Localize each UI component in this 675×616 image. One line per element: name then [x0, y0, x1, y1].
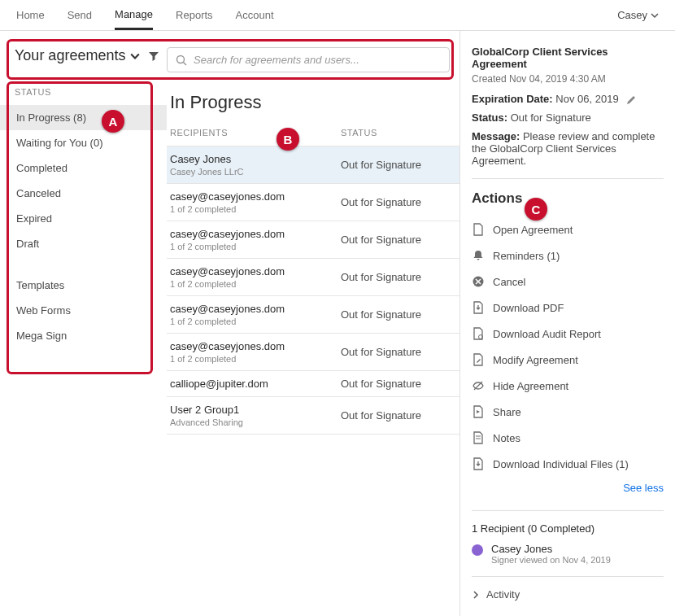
row-status: Out for Signature — [341, 308, 456, 321]
agreement-row[interactable]: casey@caseyjones.dom1 of 2 completedOut … — [167, 295, 459, 333]
search-input[interactable] — [194, 54, 441, 66]
recipient-name: casey@caseyjones.dom — [170, 190, 341, 203]
agreement-row[interactable]: casey@caseyjones.dom1 of 2 completedOut … — [167, 258, 459, 295]
row-status: Out for Signature — [341, 159, 456, 171]
nav-tab-manage[interactable]: Manage — [115, 1, 153, 30]
status-waiting[interactable]: Waiting for You (0) — [15, 130, 167, 155]
recipient-subtext: 1 of 2 completed — [170, 279, 341, 289]
status-value: Out for Signature — [511, 111, 591, 124]
col-recipients: RECIPIENTS — [170, 128, 341, 138]
status-canceled[interactable]: Canceled — [15, 181, 167, 206]
agreement-row[interactable]: casey@caseyjones.dom1 of 2 completedOut … — [167, 183, 459, 221]
expiration-value: Nov 06, 2019 — [555, 93, 618, 105]
action-download-files[interactable]: Download Individual Files (1) — [472, 451, 664, 477]
account-menu[interactable]: Casey — [617, 9, 659, 21]
see-less-link[interactable]: See less — [472, 477, 664, 499]
action-reminders[interactable]: Reminders (1) — [472, 242, 664, 269]
recipient-subtext: Casey Jones LLrC — [170, 167, 341, 177]
recipient-entry[interactable]: Casey Jones Signer viewed on Nov 4, 2019 — [472, 543, 664, 565]
chevron-right-icon — [472, 591, 480, 599]
action-share[interactable]: Share — [472, 399, 664, 425]
detail-panel: GlobalCorp Client Services Agreement Cre… — [459, 31, 675, 616]
recipient-status: Signer viewed on Nov 4, 2019 — [491, 555, 611, 565]
svg-line-1 — [184, 62, 187, 65]
row-status: Out for Signature — [341, 346, 456, 358]
audit-icon — [472, 327, 485, 340]
recipient-name: Casey Jones — [170, 153, 341, 165]
agreement-row[interactable]: casey@caseyjones.dom1 of 2 completedOut … — [167, 221, 459, 258]
nav-templates[interactable]: Templates — [15, 273, 167, 298]
status-heading: STATUS — [15, 87, 167, 97]
list-title: In Progress — [167, 92, 459, 123]
status-draft[interactable]: Draft — [15, 231, 167, 256]
nav-tab-send[interactable]: Send — [68, 2, 92, 28]
eye-off-icon — [472, 379, 485, 392]
chevron-down-icon — [651, 11, 659, 20]
sidebar-title: Your agreements — [15, 47, 125, 64]
recipient-name: User 2 Group1 — [170, 404, 341, 416]
agreement-row[interactable]: Casey JonesCasey Jones LLrCOut for Signa… — [167, 146, 459, 183]
action-download-audit[interactable]: Download Audit Report — [472, 321, 664, 347]
agreement-row[interactable]: calliope@jupiter.domOut for Signature — [167, 370, 459, 396]
recipient-subtext: 1 of 2 completed — [170, 242, 341, 251]
pencil-icon — [472, 353, 485, 366]
table-header: RECIPIENTS STATUS — [167, 123, 459, 146]
sidebar: Your agreements STATUS In Progress (8) W… — [0, 31, 167, 616]
row-status: Out for Signature — [341, 234, 456, 246]
action-open-agreement[interactable]: Open Agreement — [472, 216, 664, 242]
status-expired[interactable]: Expired — [15, 206, 167, 231]
nav-tab-account[interactable]: Account — [236, 2, 274, 28]
action-notes[interactable]: Notes — [472, 425, 664, 451]
agreement-row[interactable]: User 2 Group1Advanced SharingOut for Sig… — [167, 396, 459, 435]
action-download-pdf[interactable]: Download PDF — [472, 295, 664, 321]
agreements-list: In Progress RECIPIENTS STATUS Casey Jone… — [167, 31, 459, 616]
annotation-badge-a: A — [102, 110, 124, 133]
annotation-badge-c: C — [525, 198, 547, 221]
recipient-subtext: 1 of 2 completed — [170, 317, 341, 326]
nav-tab-reports[interactable]: Reports — [176, 2, 213, 28]
bell-icon — [472, 249, 485, 262]
recipient-subtext: 1 of 2 completed — [170, 204, 341, 214]
annotation-badge-b: B — [277, 128, 299, 151]
recipient-name: Casey Jones — [491, 543, 611, 555]
nav-webforms[interactable]: Web Forms — [15, 298, 167, 323]
status-in-progress[interactable]: In Progress (8) — [0, 105, 167, 130]
agreement-title: GlobalCorp Client Services Agreement — [472, 46, 664, 70]
agreement-row[interactable]: casey@caseyjones.dom1 of 2 completedOut … — [167, 333, 459, 370]
recipient-name: casey@caseyjones.dom — [170, 303, 341, 315]
search-input-wrapper[interactable] — [167, 47, 450, 72]
recipient-name: casey@caseyjones.dom — [170, 265, 341, 277]
recipient-name: calliope@jupiter.dom — [170, 378, 341, 390]
chevron-down-icon — [130, 51, 140, 61]
action-hide[interactable]: Hide Agreement — [472, 373, 664, 399]
search-icon — [176, 55, 187, 66]
share-icon — [472, 405, 485, 418]
notes-icon — [472, 431, 485, 444]
message-label: Message: — [472, 130, 520, 142]
files-icon — [472, 457, 485, 470]
action-cancel[interactable]: Cancel — [472, 269, 664, 295]
recipient-name: casey@caseyjones.dom — [170, 340, 341, 352]
row-status: Out for Signature — [341, 378, 456, 390]
row-status: Out for Signature — [341, 409, 456, 422]
cancel-icon — [472, 275, 485, 288]
created-date: Created Nov 04, 2019 4:30 AM — [472, 73, 664, 85]
recipient-subtext: 1 of 2 completed — [170, 354, 341, 364]
expiration-label: Expiration Date: — [472, 93, 553, 105]
actions-heading: Actions — [472, 190, 664, 207]
edit-expiration-icon[interactable] — [626, 93, 636, 105]
svg-point-0 — [177, 55, 185, 63]
action-modify[interactable]: Modify Agreement — [472, 347, 664, 373]
recipient-name: casey@caseyjones.dom — [170, 228, 341, 240]
nav-megasign[interactable]: Mega Sign — [15, 323, 167, 348]
nav-tab-home[interactable]: Home — [16, 2, 45, 28]
filter-icon[interactable] — [148, 50, 159, 63]
document-icon — [472, 223, 485, 236]
agreements-dropdown[interactable]: Your agreements — [15, 47, 140, 64]
avatar-icon — [472, 544, 483, 556]
row-status: Out for Signature — [341, 196, 456, 208]
activity-toggle[interactable]: Activity — [472, 588, 664, 601]
col-status: STATUS — [341, 128, 459, 138]
status-completed[interactable]: Completed — [15, 155, 167, 181]
account-name: Casey — [617, 9, 647, 21]
